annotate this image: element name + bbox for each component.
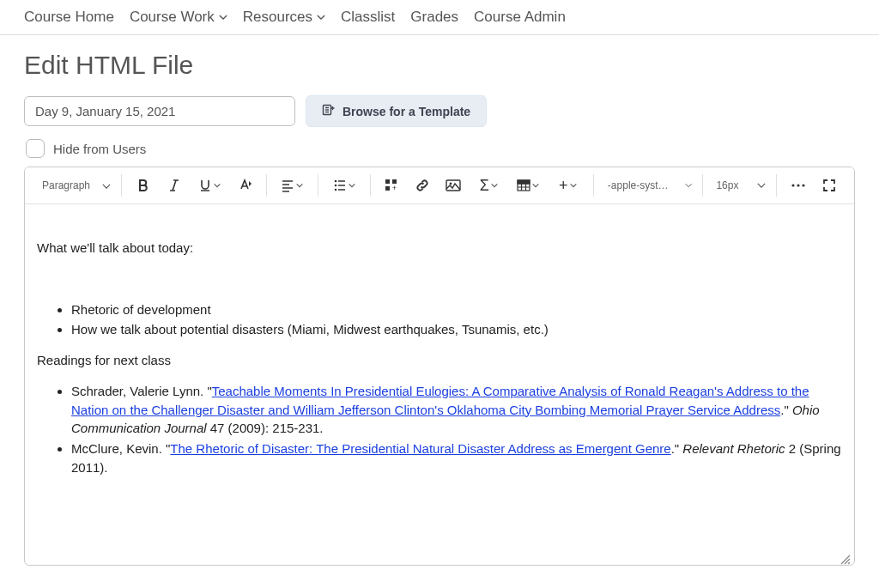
block-format-select[interactable]: Paragraph xyxy=(35,176,114,195)
svg-point-24 xyxy=(450,183,452,185)
svg-text:+: + xyxy=(392,184,397,192)
nav-course-home[interactable]: Course Home xyxy=(24,9,114,26)
svg-point-15 xyxy=(334,189,336,191)
insert-more-button[interactable]: + xyxy=(549,173,586,198)
font-family-label: -apple-system,… xyxy=(608,179,673,191)
font-family-select[interactable]: -apple-system,… xyxy=(601,176,695,195)
svg-rect-19 xyxy=(385,179,390,184)
reading-link[interactable]: The Rhetoric of Disaster: The Presidenti… xyxy=(170,441,670,456)
reading-sep: ." xyxy=(671,441,683,456)
nav-resources[interactable]: Resources xyxy=(243,9,325,26)
chevron-down-icon xyxy=(317,13,325,21)
intro-line: What we'll talk about today: xyxy=(37,239,842,258)
page-title: Edit HTML File xyxy=(24,51,855,80)
reading-tail: 47 (2009): 215-231. xyxy=(207,421,324,435)
nav-label: Course Admin xyxy=(474,9,566,26)
separator xyxy=(318,174,318,197)
separator xyxy=(370,174,371,197)
svg-rect-30 xyxy=(518,180,530,184)
list-item: Rhetoric of development xyxy=(71,300,842,319)
overflow-menu-button[interactable] xyxy=(784,173,813,198)
list-item: How we talk about potential disasters (M… xyxy=(71,320,842,339)
resize-grip-icon[interactable] xyxy=(839,551,851,563)
insert-stuff-button[interactable]: + xyxy=(377,173,406,198)
nav-label: Course Home xyxy=(24,9,114,26)
course-nav: Course Home Course Work Resources Classl… xyxy=(0,0,879,35)
svg-rect-20 xyxy=(385,186,390,191)
separator xyxy=(702,174,703,197)
underline-button[interactable] xyxy=(191,173,228,198)
insert-link-button[interactable] xyxy=(408,173,437,198)
font-size-label: 16px xyxy=(716,179,738,191)
editor-content-area[interactable]: What we'll talk about today: Rhetoric of… xyxy=(25,204,854,565)
nav-label: Grades xyxy=(410,9,458,26)
reading-author: McClure, Kevin. " xyxy=(71,441,170,456)
reading-sep: ." xyxy=(780,403,792,417)
list-button[interactable] xyxy=(325,173,363,198)
separator xyxy=(776,174,777,197)
browse-template-button[interactable]: Browse for a Template xyxy=(306,95,487,127)
nav-label: Classlist xyxy=(341,9,395,26)
equation-button[interactable]: Σ xyxy=(470,173,507,198)
hide-from-users-checkbox[interactable] xyxy=(26,139,45,158)
nav-course-admin[interactable]: Course Admin xyxy=(474,9,566,26)
separator xyxy=(121,174,122,197)
insert-image-button[interactable] xyxy=(439,173,468,198)
svg-line-6 xyxy=(173,180,176,191)
file-title-input[interactable] xyxy=(24,96,295,126)
nav-label: Course Work xyxy=(130,9,215,26)
browse-template-label: Browse for a Template xyxy=(343,105,470,118)
svg-point-32 xyxy=(797,184,799,186)
html-editor: Paragraph xyxy=(24,167,855,566)
bold-button[interactable] xyxy=(129,173,158,198)
svg-point-31 xyxy=(791,184,794,186)
separator xyxy=(266,174,267,197)
text-color-button[interactable] xyxy=(230,173,259,198)
chevron-down-icon xyxy=(102,181,111,190)
font-size-select[interactable]: 16px xyxy=(709,176,769,195)
editor-toolbar: Paragraph xyxy=(25,167,854,203)
chevron-down-icon xyxy=(219,13,227,21)
italic-button[interactable] xyxy=(160,173,189,198)
svg-point-33 xyxy=(802,184,804,186)
reading-author: Schrader, Valerie Lynn. " xyxy=(71,384,212,398)
hide-from-users-label: Hide from Users xyxy=(53,142,146,156)
topic-list: Rhetoric of development How we talk abou… xyxy=(37,300,842,340)
nav-label: Resources xyxy=(243,9,312,26)
block-format-label: Paragraph xyxy=(42,179,90,191)
nav-classlist[interactable]: Classlist xyxy=(341,9,395,26)
readings-list: Schrader, Valerie Lynn. "Teachable Momen… xyxy=(37,382,842,477)
svg-point-14 xyxy=(334,185,336,187)
align-button[interactable] xyxy=(273,173,311,198)
list-item: Schrader, Valerie Lynn. "Teachable Momen… xyxy=(71,382,842,438)
readings-header: Readings for next class xyxy=(37,351,842,370)
reading-source: Relevant Rhetoric xyxy=(682,441,785,456)
nav-grades[interactable]: Grades xyxy=(410,9,458,26)
template-icon xyxy=(322,103,336,119)
table-button[interactable] xyxy=(509,173,547,198)
separator xyxy=(593,174,594,197)
svg-line-36 xyxy=(848,562,850,564)
nav-course-work[interactable]: Course Work xyxy=(130,9,227,26)
svg-point-13 xyxy=(334,180,336,183)
list-item: McClure, Kevin. "The Rhetoric of Disaste… xyxy=(71,439,842,477)
fullscreen-button[interactable] xyxy=(815,173,844,198)
